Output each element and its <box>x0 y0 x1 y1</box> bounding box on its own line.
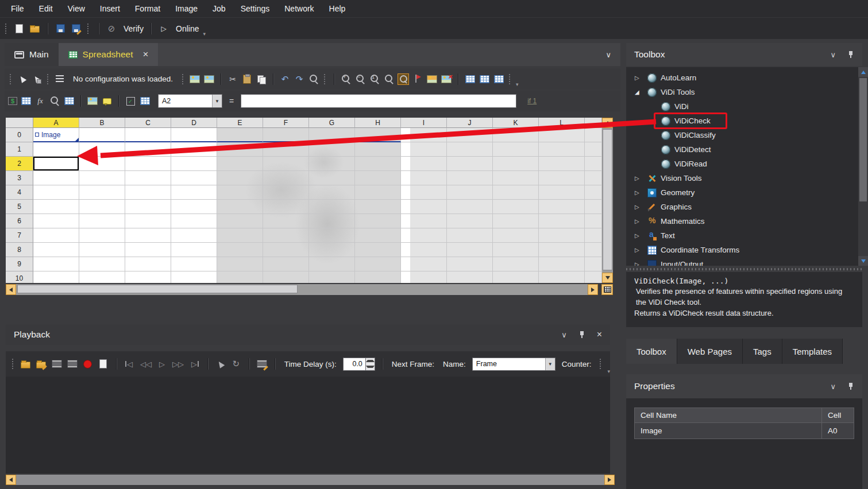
cell-K0[interactable] <box>493 128 539 142</box>
toolbox-tree-item[interactable]: Geometry <box>626 185 862 200</box>
tab-spreadsheet[interactable]: Spreadsheet × <box>59 43 159 66</box>
find-icon[interactable] <box>308 73 319 85</box>
col-header-J[interactable]: J <box>447 118 493 128</box>
cell-F9[interactable] <box>263 257 309 271</box>
cell-J7[interactable] <box>447 228 493 243</box>
menu-item[interactable]: Help <box>322 0 353 17</box>
cell-G0[interactable] <box>309 128 355 142</box>
cell-F5[interactable] <box>263 200 309 214</box>
menu-item[interactable]: Settings <box>233 0 277 17</box>
cell-L10[interactable] <box>539 271 585 283</box>
stepper-buttons[interactable] <box>366 358 375 371</box>
cell-B3[interactable] <box>79 171 125 185</box>
cell-K3[interactable] <box>493 171 539 185</box>
toolbox-tree-item[interactable]: Vision Tools <box>626 171 862 185</box>
cell-E7[interactable] <box>217 228 263 243</box>
close-tab-icon[interactable]: × <box>143 49 149 60</box>
col-header-A[interactable]: A <box>33 118 79 128</box>
cell-L1[interactable] <box>539 142 585 157</box>
filmstrip-icon[interactable] <box>67 358 78 370</box>
cell-I3[interactable] <box>401 171 447 185</box>
cell-E4[interactable] <box>217 185 263 200</box>
toolbox-tree-item[interactable]: Mathematics <box>626 214 862 228</box>
cell-J9[interactable] <box>447 257 493 271</box>
toolbox-tree-item[interactable]: Graphics <box>626 200 862 214</box>
zoom-out-icon[interactable] <box>354 73 366 85</box>
cell-J4[interactable] <box>447 185 493 200</box>
col-header-G[interactable]: G <box>309 118 355 128</box>
toolbox-tree-item[interactable]: ViDiClassify <box>626 128 862 142</box>
col-header-K[interactable]: K <box>493 118 539 128</box>
cell-I2[interactable] <box>401 157 447 171</box>
stepper-down-icon[interactable] <box>366 364 375 370</box>
cell-I8[interactable] <box>401 243 447 257</box>
row-header-1[interactable]: 1 <box>6 142 33 157</box>
scrollbar-track[interactable] <box>16 284 588 295</box>
cell-C9[interactable] <box>125 257 171 271</box>
chevron-down-icon[interactable]: ∨ <box>561 331 567 339</box>
cell-D9[interactable] <box>171 257 217 271</box>
expander-icon[interactable] <box>635 261 647 266</box>
expander-icon[interactable] <box>635 175 647 181</box>
cell-stub[interactable] <box>585 257 602 271</box>
cell-F2[interactable] <box>263 157 309 171</box>
scroll-right-icon[interactable] <box>588 284 598 295</box>
cell-J6[interactable] <box>447 214 493 228</box>
toolbox-tree-item[interactable]: Text <box>626 228 862 243</box>
cell-I5[interactable] <box>401 200 447 214</box>
toolbar-grip[interactable] <box>87 24 90 34</box>
cell-C5[interactable] <box>125 200 171 214</box>
cell-B1[interactable] <box>79 142 125 157</box>
row-header-2[interactable]: 2 <box>6 157 33 171</box>
cell-G9[interactable] <box>309 257 355 271</box>
cell-A9[interactable] <box>33 257 79 271</box>
cell-H2[interactable] <box>355 157 401 171</box>
tab-list-chevron-icon[interactable]: ∨ <box>605 51 611 59</box>
cell-A0[interactable]: Image <box>33 128 79 142</box>
cell-F4[interactable] <box>263 185 309 200</box>
cell-stub[interactable] <box>585 157 602 171</box>
row-header-10[interactable]: 10 <box>6 271 33 283</box>
cell-F0[interactable] <box>263 128 309 142</box>
cell-H9[interactable] <box>355 257 401 271</box>
toolbar-overflow-icon[interactable]: ▾ <box>203 31 206 37</box>
cell-L6[interactable] <box>539 214 585 228</box>
cell-I6[interactable] <box>401 214 447 228</box>
record-icon[interactable] <box>82 358 94 370</box>
chevron-down-icon[interactable]: ▼ <box>212 95 222 107</box>
cell-stub[interactable] <box>585 271 602 283</box>
cell-E0[interactable] <box>217 128 263 142</box>
cell-A8[interactable] <box>33 243 79 257</box>
grid-vertical-scrollbar[interactable] <box>602 118 613 283</box>
cell-E3[interactable] <box>217 171 263 185</box>
cell-H8[interactable] <box>355 243 401 257</box>
row-header-6[interactable]: 6 <box>6 214 33 228</box>
scroll-down-icon[interactable] <box>858 256 868 266</box>
cell-stub[interactable] <box>585 228 602 243</box>
cell-I9[interactable] <box>401 257 447 271</box>
new-recording-icon[interactable] <box>98 358 109 370</box>
cell-F1[interactable] <box>263 142 309 157</box>
cell-L2[interactable] <box>539 157 585 171</box>
cell-B10[interactable] <box>79 271 125 283</box>
toolbox-tree-item[interactable]: ViDiCheck <box>626 114 862 128</box>
cell-A5[interactable] <box>33 200 79 214</box>
row-header-3[interactable]: 3 <box>6 171 33 185</box>
scrollbar-track[interactable] <box>16 475 604 485</box>
cell-A6[interactable] <box>33 214 79 228</box>
toolbox-tree-item[interactable]: ViDi <box>626 99 862 114</box>
side-panel-tab[interactable]: Templates <box>782 339 843 364</box>
cell-D6[interactable] <box>171 214 217 228</box>
cell-stub[interactable] <box>585 243 602 257</box>
cell-J8[interactable] <box>447 243 493 257</box>
split-view-button[interactable] <box>601 284 613 295</box>
col-header-D[interactable]: D <box>171 118 217 128</box>
step-back-icon[interactable]: ◁◁ <box>138 360 153 368</box>
cell-E2[interactable] <box>217 157 263 171</box>
cell-K7[interactable] <box>493 228 539 243</box>
chevron-down-icon[interactable]: ∨ <box>830 382 836 391</box>
side-panel-tab[interactable]: Toolbox <box>626 339 677 364</box>
menu-item[interactable]: Insert <box>92 0 128 17</box>
row-header-8[interactable]: 8 <box>6 243 33 257</box>
comment-icon[interactable] <box>101 95 113 107</box>
